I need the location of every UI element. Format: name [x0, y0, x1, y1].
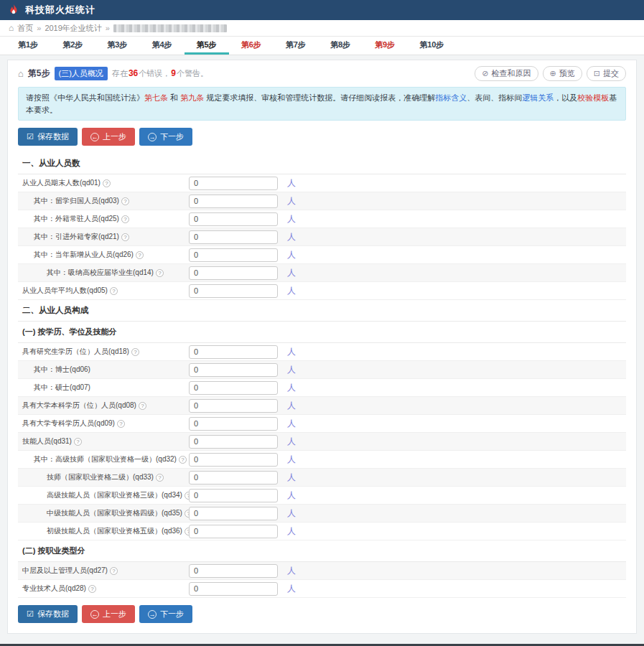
form-blocks: 一、从业人员数从业人员期末人数(qd01)?人其中：留学归国人员(qd03)?人…: [18, 153, 626, 598]
unit-person-label: 人: [287, 418, 296, 430]
unit-person-label: 人: [287, 231, 296, 243]
tab-step-3[interactable]: 第3步: [95, 37, 139, 55]
field-input[interactable]: [189, 525, 278, 538]
check-reason-button[interactable]: ⊘检查和原因: [475, 66, 538, 81]
help-icon[interactable]: ?: [179, 456, 187, 464]
preview-button[interactable]: ⊕预览: [543, 66, 582, 81]
field-label: 其中：外籍常驻人员(qd25)?: [18, 214, 189, 224]
field-input[interactable]: [189, 582, 278, 596]
help-icon[interactable]: ?: [156, 269, 164, 277]
next-step-label: 下一步: [160, 131, 184, 142]
field-label: 从业人员期末人数(qd01)?: [18, 178, 189, 188]
form-row: 中层及以上管理人员(qd27)?人: [18, 562, 626, 580]
tab-step-5[interactable]: 第5步: [185, 37, 229, 55]
tab-step-2[interactable]: 第2步: [50, 37, 95, 55]
torch-logo-icon: [7, 4, 20, 17]
home-icon: ⌂: [9, 23, 14, 33]
arrow-left-icon: ←: [90, 133, 99, 141]
help-icon[interactable]: ?: [110, 567, 118, 575]
field-input[interactable]: [189, 195, 278, 208]
field-input[interactable]: [189, 453, 278, 467]
field-input[interactable]: [189, 489, 278, 502]
unit-person-label: 人: [287, 285, 296, 297]
breadcrumb: ⌂ 首页 » 2019年企业统计 »: [0, 20, 644, 37]
field-input[interactable]: [189, 417, 278, 431]
help-icon[interactable]: ?: [156, 474, 164, 482]
submit-button[interactable]: ⊡提交: [587, 66, 626, 81]
prev-step-button-bottom[interactable]: ←上一步: [82, 605, 135, 623]
notice-link[interactable]: 指标含义: [435, 93, 467, 102]
field-label: 技师（国家职业资格二级）(qd33)?: [18, 472, 189, 482]
tab-step-9[interactable]: 第9步: [363, 37, 407, 55]
unit-person-label: 人: [287, 195, 296, 207]
field-input[interactable]: [189, 266, 278, 280]
section-header: 二、从业人员构成: [18, 300, 626, 322]
save-data-label: 保存数据: [37, 609, 69, 619]
help-icon[interactable]: ?: [103, 179, 111, 187]
help-icon[interactable]: ?: [74, 438, 82, 446]
notice-text: 校验模板: [577, 93, 609, 102]
help-icon[interactable]: ?: [110, 287, 118, 295]
save-data-button-bottom[interactable]: ☑保存数据: [18, 605, 78, 623]
field-input[interactable]: [189, 381, 278, 395]
arrow-left-icon: ←: [90, 610, 99, 619]
field-input[interactable]: [189, 471, 278, 484]
field-input[interactable]: [189, 435, 278, 449]
field-label: 具有大学专科学历人员(qd09)?: [18, 418, 189, 429]
field-input[interactable]: [189, 564, 278, 578]
tab-step-6[interactable]: 第6步: [229, 37, 274, 55]
field-input[interactable]: [189, 212, 278, 226]
next-step-button-top[interactable]: →下一步: [139, 128, 192, 146]
arrow-right-icon: →: [148, 133, 157, 141]
notice-text: 第九条: [180, 93, 204, 102]
help-icon[interactable]: ?: [121, 233, 129, 241]
help-icon[interactable]: ?: [121, 215, 129, 223]
field-input[interactable]: [189, 248, 278, 262]
form-row: 专业技术人员(qd28)?人: [18, 580, 626, 598]
breadcrumb-home-link[interactable]: 首页: [17, 23, 33, 34]
notice-text: 和: [168, 93, 180, 102]
status-mid: 个错误，: [139, 69, 170, 78]
current-step-label: 第5步: [28, 67, 50, 80]
field-input[interactable]: [189, 284, 278, 298]
breadcrumb-stat-link[interactable]: 2019年企业统计: [45, 23, 101, 34]
subsection-header: (一) 按学历、学位及技能分: [18, 322, 626, 343]
unit-person-label: 人: [287, 382, 296, 394]
field-input[interactable]: [189, 399, 278, 413]
notice-banner: 请按照《中华人民共和国统计法》第七条 和 第九条 规定要求填报、审核和管理统计数…: [18, 87, 626, 121]
tab-step-4[interactable]: 第4步: [139, 37, 184, 55]
field-input[interactable]: [189, 177, 278, 190]
help-icon[interactable]: ?: [131, 348, 139, 356]
status-suffix: 个警告。: [177, 69, 208, 78]
check-reason-icon: ⊘: [482, 69, 488, 78]
notice-text: 规定要求填报、审核和管理统计数据。请仔细阅读报表，准确理解: [204, 93, 435, 102]
notice-link[interactable]: 逻辑关系: [522, 93, 554, 102]
tab-step-1[interactable]: 第1步: [6, 37, 50, 55]
prev-step-button-top[interactable]: ←上一步: [82, 128, 135, 146]
help-icon[interactable]: ?: [117, 420, 125, 428]
field-input[interactable]: [189, 230, 278, 244]
help-icon[interactable]: ?: [139, 402, 146, 410]
tab-step-10[interactable]: 第10步: [407, 37, 456, 55]
field-label-text: 具有大学专科学历人员(qd09): [22, 418, 115, 429]
section-title-left: ⌂ 第5步 (三)人员概况 存在36个错误，9个警告。: [18, 67, 208, 80]
tab-step-7[interactable]: 第7步: [274, 37, 318, 55]
field-input[interactable]: [189, 507, 278, 520]
form-row: 初级技能人员（国家职业资格五级）(qd36)?人: [18, 523, 626, 540]
field-input[interactable]: [189, 345, 278, 359]
field-label: 具有研究生学历（位）人员(qd18)?: [18, 347, 189, 357]
error-count: 36: [128, 68, 139, 78]
form-row: 高级技能人员（国家职业资格三级）(qd34)?人: [18, 487, 626, 505]
help-icon[interactable]: ?: [121, 197, 129, 205]
field-label-text: 从业人员年平均人数(qd05): [22, 286, 108, 296]
unit-person-label: 人: [287, 525, 296, 538]
save-data-button-top[interactable]: ☑保存数据: [18, 128, 78, 146]
unit-person-label: 人: [287, 400, 296, 412]
field-label-text: 其中：硕士(qd07): [34, 383, 90, 393]
field-input[interactable]: [189, 363, 278, 377]
help-icon[interactable]: ?: [88, 585, 96, 593]
breadcrumb-company-redacted: [113, 24, 227, 32]
tab-step-8[interactable]: 第8步: [318, 37, 363, 55]
help-icon[interactable]: ?: [136, 251, 144, 259]
next-step-button-bottom[interactable]: →下一步: [139, 605, 192, 623]
